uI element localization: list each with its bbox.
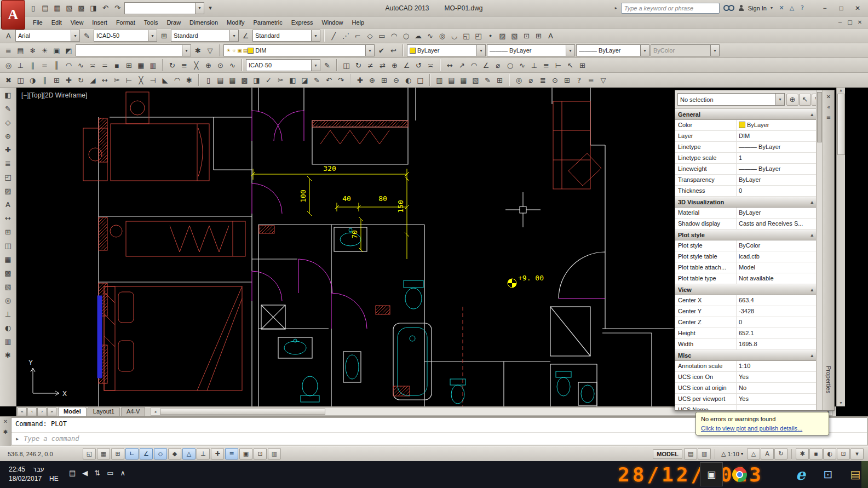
layer-states-icon[interactable]: ✱ — [192, 45, 204, 56]
vertical-scroll-thumb[interactable] — [837, 94, 845, 155]
taskbar-clock[interactable]: 22:45 עבר 18/02/2017 HE — [9, 465, 59, 484]
open-icon[interactable]: ▤ — [39, 2, 51, 14]
new-file-icon[interactable]: ▯ — [203, 74, 214, 86]
language-primary[interactable]: עבר — [33, 465, 44, 474]
layer-combo[interactable]: ☀☼▣▤ DIM ▾ — [223, 44, 375, 56]
touch-keyboard-icon[interactable]: ▤ — [69, 469, 76, 477]
dyn-toggle[interactable]: ✚ — [211, 448, 224, 460]
layer-freeze-icon[interactable]: ❄ — [27, 45, 38, 56]
doc-close-button[interactable]: ✕ — [855, 18, 865, 27]
menu-item[interactable]: File — [28, 18, 47, 27]
pan-icon[interactable]: ✚ — [354, 74, 366, 86]
next-layout-button[interactable]: › — [37, 407, 47, 416]
polyline-icon[interactable]: ⌐ — [352, 30, 364, 42]
list-icon[interactable]: ≣ — [537, 74, 549, 86]
menu-item[interactable]: Draw — [162, 18, 185, 27]
command-close-icon[interactable]: ✕ — [3, 418, 8, 424]
plot-icon[interactable]: ▩ — [76, 2, 87, 14]
quickcalc-icon[interactable]: ⊞ — [494, 74, 505, 86]
tangent-constraint-icon[interactable]: ◠ — [63, 60, 74, 71]
filter-icon[interactable]: ▽ — [597, 74, 609, 86]
sign-in-caret-icon[interactable]: ▾ — [771, 5, 773, 10]
chevron-down-icon[interactable]: ▾ — [195, 3, 204, 14]
palette-menu-icon[interactable]: ≡ — [824, 113, 833, 122]
sc-toggle[interactable]: ▥ — [268, 448, 281, 460]
horizontal-constraint-icon[interactable]: ═ — [39, 60, 50, 71]
section-header[interactable]: 3D Visualization ▴ — [675, 197, 816, 208]
chevron-down-icon[interactable]: ▾ — [311, 30, 320, 41]
property-value-cell[interactable]: ——— ByLayer — [737, 164, 816, 174]
doc-restore-button[interactable]: □ — [845, 18, 855, 27]
status-menu-icon[interactable]: ▾ — [850, 448, 864, 460]
make-block-icon[interactable]: ◰ — [473, 30, 484, 42]
zoom-previous-icon[interactable]: ⊖ — [390, 74, 402, 86]
autocad-logo[interactable]: A — [1, 0, 25, 30]
chevron-down-icon[interactable]: ▾ — [229, 30, 238, 41]
viewport-controls[interactable]: [−][Top][2D Wireframe] — [21, 91, 87, 99]
layer-off-icon[interactable]: ☀ — [39, 45, 50, 56]
property-value-cell[interactable]: 1:10 — [737, 361, 816, 371]
dim-tool-icon[interactable]: ↔ — [2, 213, 14, 224]
annotation-scale-control[interactable]: △ 1:10 ▾ — [719, 450, 745, 457]
redo-icon[interactable]: ↷ — [112, 2, 123, 14]
equal-constraint-icon[interactable]: = — [99, 60, 111, 71]
property-value-cell[interactable]: ByLayer — [737, 175, 816, 185]
dim-update-icon[interactable]: ↻ — [166, 60, 178, 71]
dim-continue-icon[interactable]: ⊢ — [553, 60, 564, 71]
fix-constraint-icon[interactable]: ▪ — [111, 60, 123, 71]
chevron-down-icon[interactable]: ▾ — [182, 45, 191, 56]
circle-icon[interactable]: ○ — [400, 30, 412, 42]
command-customize-icon[interactable]: ✱ — [3, 429, 8, 435]
chevron-down-icon[interactable]: ▾ — [476, 45, 485, 56]
revcloud-icon[interactable]: ☁ — [412, 30, 424, 42]
last-layout-button[interactable]: » — [47, 407, 56, 416]
minimize-button[interactable]: − — [817, 2, 833, 14]
named-views-icon[interactable]: □ — [415, 74, 426, 86]
redo-std-icon[interactable]: ↷ — [335, 74, 347, 86]
spline-icon[interactable]: ∿ — [424, 30, 436, 42]
command-input[interactable] — [22, 434, 863, 443]
palette-autohide-icon[interactable]: « — [824, 102, 833, 111]
show-hidden-icons-button[interactable]: ∧ — [120, 469, 126, 477]
section-header[interactable]: View ▴ — [675, 284, 816, 295]
ellipse-arc-icon[interactable]: ◡ — [449, 30, 460, 42]
insert-block-icon[interactable]: ◱ — [461, 30, 472, 42]
property-value-cell[interactable]: Model — [737, 262, 816, 273]
materials-tool-icon[interactable]: ▥ — [2, 336, 14, 347]
photos-app-icon[interactable]: ▣ — [700, 462, 723, 486]
property-value-cell[interactable]: ByLayer — [737, 120, 816, 130]
chevron-down-icon[interactable]: ▾ — [566, 45, 574, 56]
toolbar-overflow-icon[interactable]: ▾ — [205, 3, 215, 13]
copy-props-icon[interactable]: ◫ — [341, 60, 352, 71]
copy-icon[interactable]: ◫ — [15, 74, 26, 86]
pickadd-toggle-icon[interactable]: ⊕ — [786, 94, 798, 106]
line-icon[interactable]: ╱ — [328, 30, 340, 42]
center-mark-icon[interactable]: ⊙ — [215, 60, 226, 71]
layer-filter-combo[interactable]: ▾ — [76, 44, 191, 56]
mtext-icon[interactable]: A — [545, 30, 556, 42]
table-create-icon[interactable]: ⊞ — [533, 30, 544, 42]
quickview-drawings-icon[interactable]: ▥ — [698, 448, 711, 460]
scroll-left-icon[interactable]: ◂ — [151, 409, 159, 415]
snap-toggle[interactable]: ▦ — [97, 448, 110, 460]
xref-tool-icon[interactable]: ◫ — [2, 240, 14, 251]
color-combo[interactable]: ByLayer ▾ — [407, 44, 486, 56]
undo-std-icon[interactable]: ↶ — [323, 74, 335, 86]
dim-jogged-icon[interactable]: ∿ — [516, 60, 528, 71]
rotate-icon[interactable]: ↻ — [75, 74, 87, 86]
lwt-toggle[interactable]: ≡ — [225, 448, 238, 460]
undo-icon[interactable]: ↶ — [100, 2, 111, 14]
menu-item[interactable]: Insert — [88, 18, 112, 27]
menu-item[interactable]: Dimension — [185, 18, 222, 27]
break-icon[interactable]: ╳ — [135, 74, 147, 86]
match-props-icon[interactable]: ✎ — [311, 74, 323, 86]
quickview-layouts-icon[interactable]: ▤ — [684, 448, 697, 460]
chevron-down-icon[interactable]: ▾ — [365, 45, 374, 56]
vertical-constraint-icon[interactable]: ║ — [51, 60, 62, 71]
dim-align-text-icon[interactable]: ⇄ — [377, 60, 388, 71]
scroll-up-icon[interactable]: ▴ — [840, 88, 842, 93]
point-icon[interactable]: • — [485, 30, 496, 42]
smooth-constraint-icon[interactable]: ∿ — [75, 60, 87, 71]
pan-tool-icon[interactable]: ✚ — [2, 144, 14, 156]
property-value-cell[interactable]: Not available — [737, 273, 816, 284]
